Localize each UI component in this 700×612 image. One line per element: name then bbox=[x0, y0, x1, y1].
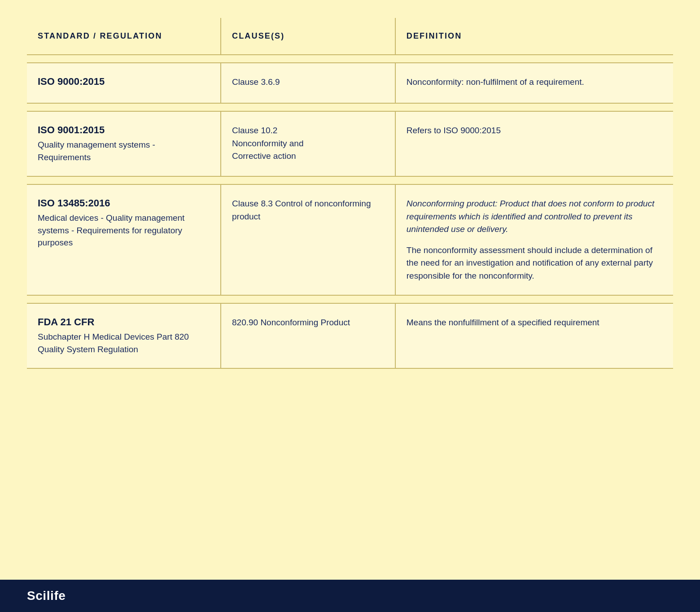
definition-paragraph-1: Means the nonfulfillment of a specified … bbox=[407, 316, 662, 329]
table-spacer-row bbox=[27, 368, 673, 376]
definition-text: Nonconforming product: Product that does… bbox=[407, 197, 662, 282]
header-standard: STANDARD / REGULATION bbox=[27, 18, 221, 55]
standard-description: Quality management systems - Requirement… bbox=[38, 139, 210, 163]
clause-cell: Clause 10.2 Nonconformity and Corrective… bbox=[221, 111, 395, 176]
standard-name: ISO 13485:2016 bbox=[38, 197, 210, 209]
definition-cell: Nonconformity: non-fulfilment of a requi… bbox=[395, 63, 673, 103]
clause-text: Clause 8.3 Control of nonconforming prod… bbox=[232, 197, 384, 223]
table-header-row: STANDARD / REGULATION CLAUSE(S) DEFINITI… bbox=[27, 18, 673, 55]
clause-text: Clause 3.6.9 bbox=[232, 76, 384, 89]
standard-name: ISO 9000:2015 bbox=[38, 76, 210, 87]
standard-cell: ISO 9001:2015Quality management systems … bbox=[27, 111, 221, 176]
definition-cell: Refers to ISO 9000:2015 bbox=[395, 111, 673, 176]
definition-cell: Means the nonfulfillment of a specified … bbox=[395, 303, 673, 368]
header-clause: CLAUSE(S) bbox=[221, 18, 395, 55]
table-spacer-row bbox=[27, 176, 673, 184]
definition-cell: Nonconforming product: Product that does… bbox=[395, 184, 673, 295]
definition-paragraph-1: Nonconformity: non-fulfilment of a requi… bbox=[407, 76, 662, 89]
table-row: ISO 9000:2015Clause 3.6.9Nonconformity: … bbox=[27, 63, 673, 103]
clause-text: 820.90 Nonconforming Product bbox=[232, 316, 384, 329]
standard-name: FDA 21 CFR bbox=[38, 316, 210, 328]
standards-table: STANDARD / REGULATION CLAUSE(S) DEFINITI… bbox=[27, 18, 673, 376]
definition-text: Means the nonfulfillment of a specified … bbox=[407, 316, 662, 329]
standard-description: Subchapter H Medical Devices Part 820 Qu… bbox=[38, 331, 210, 355]
clause-cell: Clause 8.3 Control of nonconforming prod… bbox=[221, 184, 395, 295]
definition-paragraph-1: Refers to ISO 9000:2015 bbox=[407, 124, 662, 137]
clause-text: Clause 10.2 Nonconformity and Corrective… bbox=[232, 124, 384, 163]
table-row: FDA 21 CFRSubchapter H Medical Devices P… bbox=[27, 303, 673, 368]
definition-text: Nonconformity: non-fulfilment of a requi… bbox=[407, 76, 662, 89]
standard-cell: ISO 13485:2016Medical devices - Quality … bbox=[27, 184, 221, 295]
definition-paragraph-1: Nonconforming product: Product that does… bbox=[407, 197, 662, 236]
standard-cell: FDA 21 CFRSubchapter H Medical Devices P… bbox=[27, 303, 221, 368]
table-spacer-row bbox=[27, 295, 673, 303]
standard-description: Medical devices - Quality management sys… bbox=[38, 212, 210, 249]
clause-cell: Clause 3.6.9 bbox=[221, 63, 395, 103]
header-definition: DEFINITION bbox=[395, 18, 673, 55]
definition-text: Refers to ISO 9000:2015 bbox=[407, 124, 662, 137]
standard-cell: ISO 9000:2015 bbox=[27, 63, 221, 103]
table-row: ISO 13485:2016Medical devices - Quality … bbox=[27, 184, 673, 295]
table-spacer-row bbox=[27, 103, 673, 111]
table-spacer-row bbox=[27, 55, 673, 63]
standard-name: ISO 9001:2015 bbox=[38, 124, 210, 136]
footer: Scilife bbox=[0, 580, 700, 612]
page-wrapper: STANDARD / REGULATION CLAUSE(S) DEFINITI… bbox=[0, 0, 700, 580]
scilife-logo: Scilife bbox=[27, 589, 66, 603]
clause-cell: 820.90 Nonconforming Product bbox=[221, 303, 395, 368]
table-row: ISO 9001:2015Quality management systems … bbox=[27, 111, 673, 176]
definition-paragraph-2: The nonconformity assessment should incl… bbox=[407, 244, 662, 283]
